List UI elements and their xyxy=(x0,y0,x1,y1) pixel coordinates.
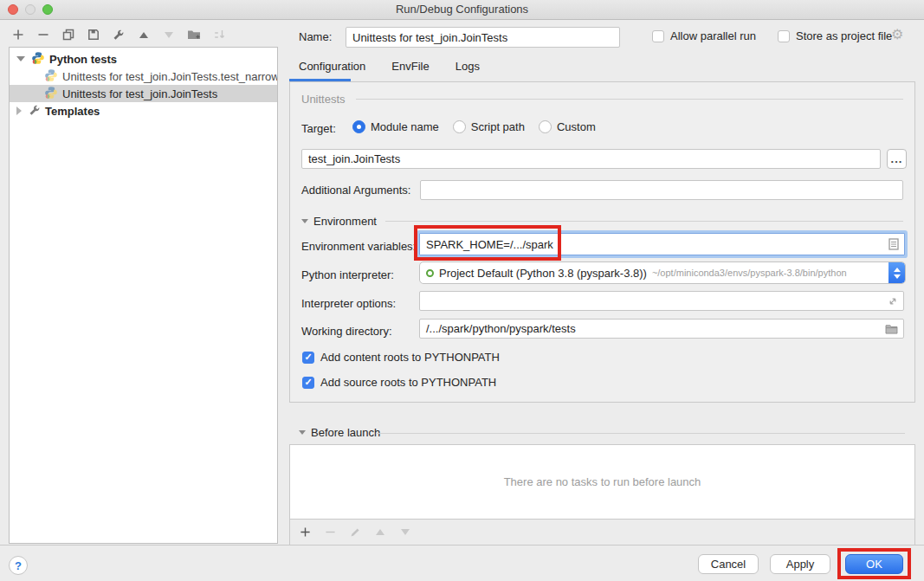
before-launch-section-header[interactable]: Before launch xyxy=(299,426,380,439)
select-stepper-icon[interactable] xyxy=(888,262,905,283)
tree-item-label: Unittests for test_join.JoinTests.test_n… xyxy=(62,70,277,83)
browse-label: ... xyxy=(891,152,903,165)
edit-variables-icon[interactable] xyxy=(888,238,899,250)
name-label: Name: xyxy=(299,30,332,43)
edit-task-icon[interactable] xyxy=(348,526,362,539)
tree-item-python-tests[interactable]: Python tests xyxy=(10,50,277,68)
python-interpreter-value: Project Default (Python 3.8 (pyspark-3.8… xyxy=(439,267,647,280)
name-input[interactable]: Unittests for test_join.JoinTests xyxy=(346,27,620,48)
tab-logs[interactable]: Logs xyxy=(456,60,480,73)
checkbox-checked-icon[interactable] xyxy=(302,352,314,364)
tree-item-templates[interactable]: Templates xyxy=(10,102,277,119)
checkbox-checked-icon[interactable] xyxy=(302,377,314,389)
name-value: Unittests for test_join.JoinTests xyxy=(352,31,507,44)
ok-label: OK xyxy=(866,558,882,571)
tree-item-label: Python tests xyxy=(49,53,117,66)
interpreter-options-input[interactable] xyxy=(419,291,904,311)
tab-bar: Configuration EnvFile Logs xyxy=(299,60,480,73)
tab-envfile[interactable]: EnvFile xyxy=(391,60,429,73)
allow-parallel-run-checkbox[interactable]: Allow parallel run xyxy=(652,29,756,42)
tree-item-unittests-test-narrow[interactable]: Unittests for test_join.JoinTests.test_n… xyxy=(10,68,277,85)
tree-item-label: Unittests for test_join.JoinTests xyxy=(62,87,217,100)
move-task-down-icon[interactable] xyxy=(398,526,412,539)
radio-icon[interactable] xyxy=(453,120,466,133)
environment-section-header[interactable]: Environment xyxy=(301,215,377,228)
python-test-icon xyxy=(44,86,58,102)
apply-button[interactable]: Apply xyxy=(770,554,830,574)
expand-field-icon[interactable] xyxy=(888,296,898,307)
add-content-roots-checkbox[interactable]: Add content roots to PYTHONPATH xyxy=(302,351,500,364)
python-interpreter-label: Python interpreter: xyxy=(301,268,394,281)
close-window-icon[interactable] xyxy=(8,4,18,15)
chevron-right-icon[interactable] xyxy=(16,107,22,115)
move-task-up-icon[interactable] xyxy=(373,526,387,539)
working-directory-input[interactable]: /.../spark/python/pyspark/tests xyxy=(419,319,904,339)
before-launch-title: Before launch xyxy=(311,426,380,439)
environment-variables-input[interactable]: SPARK_HOME=/.../spark xyxy=(419,233,905,255)
add-task-icon[interactable] xyxy=(298,526,312,539)
help-button[interactable]: ? xyxy=(9,556,28,575)
interpreter-options-label: Interpreter options: xyxy=(301,297,396,310)
wrench-icon xyxy=(29,104,41,119)
remove-task-icon[interactable] xyxy=(323,526,337,539)
working-directory-label: Working directory: xyxy=(301,325,392,338)
unittests-section-title: Unittests xyxy=(301,93,346,106)
section-divider xyxy=(356,99,903,100)
configuration-panel: Unittests Target: Module name Script pat… xyxy=(289,81,915,403)
radio-icon[interactable] xyxy=(539,120,552,133)
title-bar[interactable]: Run/Debug Configurations xyxy=(0,0,924,20)
configurations-toolbar xyxy=(11,26,226,43)
browse-button[interactable]: ... xyxy=(887,149,907,169)
remove-icon[interactable] xyxy=(36,28,50,42)
folder-icon[interactable] xyxy=(885,324,898,334)
radio-selected-icon[interactable] xyxy=(352,120,365,133)
checkbox-icon[interactable] xyxy=(652,30,664,42)
conda-environment-icon xyxy=(426,269,434,277)
additional-arguments-input[interactable] xyxy=(420,180,903,200)
python-test-icon xyxy=(44,68,58,85)
zoom-window-icon[interactable] xyxy=(42,4,53,15)
tab-configuration[interactable]: Configuration xyxy=(299,60,365,73)
ok-button[interactable]: OK xyxy=(845,554,903,574)
module-name-input[interactable]: test_join.JoinTests xyxy=(301,149,881,169)
target-radio-group: Module name Script path Custom xyxy=(352,120,596,133)
radio-module-name[interactable]: Module name xyxy=(352,120,439,133)
chevron-down-icon[interactable] xyxy=(16,56,25,61)
new-folder-icon[interactable] xyxy=(187,28,201,42)
section-divider xyxy=(385,221,903,222)
footer-divider xyxy=(0,545,924,545)
move-down-icon[interactable] xyxy=(162,28,176,42)
copy-icon[interactable] xyxy=(61,28,75,42)
add-source-roots-checkbox[interactable]: Add source roots to PYTHONPATH xyxy=(302,376,496,389)
store-as-project-file-checkbox[interactable]: Store as project file xyxy=(778,29,892,42)
python-interpreter-select[interactable]: Project Default (Python 3.8 (pyspark-3.8… xyxy=(419,261,906,284)
module-name-value: test_join.JoinTests xyxy=(308,152,400,165)
cancel-button[interactable]: Cancel xyxy=(698,554,759,574)
checkbox-icon[interactable] xyxy=(778,30,790,42)
radio-custom[interactable]: Custom xyxy=(539,120,596,133)
additional-arguments-label: Additional Arguments: xyxy=(301,184,410,197)
environment-variables-value: SPARK_HOME=/.../spark xyxy=(426,238,553,251)
environment-variables-label: Environment variables: xyxy=(301,240,416,253)
collapse-triangle-icon[interactable] xyxy=(301,219,308,223)
before-launch-task-list[interactable]: There are no tasks to run before launch xyxy=(289,444,915,520)
store-as-project-file-label: Store as project file xyxy=(796,29,892,42)
add-source-roots-label: Add source roots to PYTHONPATH xyxy=(320,376,496,389)
add-icon[interactable] xyxy=(11,28,25,42)
edit-templates-wrench-icon[interactable] xyxy=(112,28,126,42)
run-config-tree: Python tests Unittests for test_join.Joi… xyxy=(9,47,278,544)
before-launch-toolbar xyxy=(289,520,915,545)
gear-icon[interactable] xyxy=(891,28,903,42)
radio-label: Script path xyxy=(471,120,525,133)
radio-label: Module name xyxy=(371,120,439,133)
help-label: ? xyxy=(15,559,22,572)
save-icon[interactable] xyxy=(87,28,100,42)
radio-script-path[interactable]: Script path xyxy=(453,120,525,133)
working-directory-value: /.../spark/python/pyspark/tests xyxy=(426,322,576,335)
target-label: Target: xyxy=(301,122,336,135)
sort-alphabetically-icon[interactable] xyxy=(212,28,226,42)
collapse-triangle-icon[interactable] xyxy=(299,430,306,435)
move-up-icon[interactable] xyxy=(137,28,151,42)
tree-item-unittests-jointests-selected[interactable]: Unittests for test_join.JoinTests xyxy=(10,85,277,102)
environment-section-title: Environment xyxy=(313,215,377,228)
